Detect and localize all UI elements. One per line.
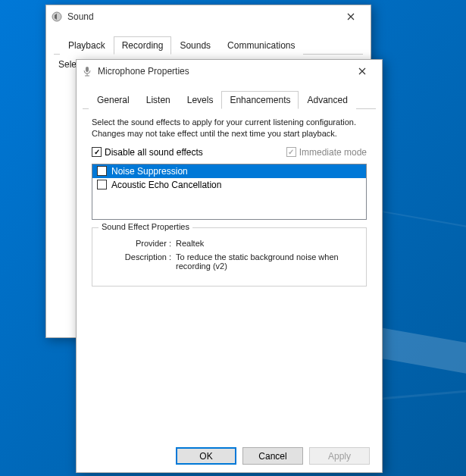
list-item[interactable]: Noise Suppression bbox=[92, 164, 366, 178]
sound-tabs: Playback Recording Sounds Communications bbox=[54, 33, 363, 55]
sound-icon bbox=[51, 11, 63, 23]
immediate-mode-label: Immediate mode bbox=[299, 147, 367, 158]
disable-all-effects-checkbox[interactable] bbox=[92, 147, 102, 157]
mic-tabs: General Listen Levels Enhancements Advan… bbox=[83, 87, 376, 109]
mic-close-button[interactable] bbox=[347, 61, 377, 82]
acoustic-echo-cancellation-checkbox[interactable] bbox=[97, 180, 107, 189]
tab-general[interactable]: General bbox=[89, 91, 138, 109]
properties-legend: Sound Effect Properties bbox=[99, 222, 192, 231]
sound-titlebar[interactable]: Sound bbox=[46, 5, 371, 28]
list-item[interactable]: Acoustic Echo Cancellation bbox=[92, 178, 366, 192]
ok-button[interactable]: OK bbox=[176, 447, 236, 465]
apply-button: Apply bbox=[309, 447, 370, 465]
effects-listbox[interactable]: Noise Suppression Acoustic Echo Cancella… bbox=[92, 164, 367, 220]
tab-communications[interactable]: Communications bbox=[219, 36, 303, 55]
effect-label: Acoustic Echo Cancellation bbox=[111, 180, 221, 190]
microphone-properties-window: Microphone Properties General Listen Lev… bbox=[76, 59, 383, 473]
tab-enhancements[interactable]: Enhancements bbox=[221, 91, 299, 109]
description-value: To reduce the static background noise wh… bbox=[176, 252, 342, 271]
dialog-button-bar: OK Cancel Apply bbox=[77, 447, 382, 465]
tab-playback[interactable]: Playback bbox=[60, 36, 114, 55]
noise-suppression-checkbox[interactable] bbox=[97, 166, 107, 176]
svg-rect-1 bbox=[86, 67, 89, 72]
close-icon bbox=[358, 67, 366, 75]
immediate-mode-group: Immediate mode bbox=[286, 147, 367, 158]
provider-label: Provider : bbox=[115, 239, 176, 248]
tab-listen[interactable]: Listen bbox=[138, 91, 179, 109]
sound-title: Sound bbox=[67, 11, 336, 22]
immediate-mode-checkbox bbox=[286, 147, 296, 157]
tab-sounds[interactable]: Sounds bbox=[171, 36, 219, 55]
mic-title: Microphone Properties bbox=[98, 66, 347, 77]
close-icon bbox=[347, 13, 355, 20]
cancel-button[interactable]: Cancel bbox=[242, 447, 303, 465]
enhancements-help-text: Select the sound effects to apply for yo… bbox=[83, 109, 376, 146]
disable-all-effects-label: Disable all sound effects bbox=[105, 147, 203, 158]
provider-value: Realtek bbox=[176, 239, 342, 248]
effect-label: Noise Suppression bbox=[111, 166, 188, 177]
description-label: Description : bbox=[115, 252, 176, 271]
sound-effect-properties-group: Sound Effect Properties Provider : Realt… bbox=[92, 227, 367, 287]
mic-titlebar[interactable]: Microphone Properties bbox=[77, 60, 382, 83]
microphone-icon bbox=[81, 65, 93, 77]
tab-levels[interactable]: Levels bbox=[179, 91, 222, 109]
sound-close-button[interactable] bbox=[336, 6, 366, 27]
tab-advanced[interactable]: Advanced bbox=[299, 91, 355, 109]
tab-recording[interactable]: Recording bbox=[114, 36, 172, 55]
